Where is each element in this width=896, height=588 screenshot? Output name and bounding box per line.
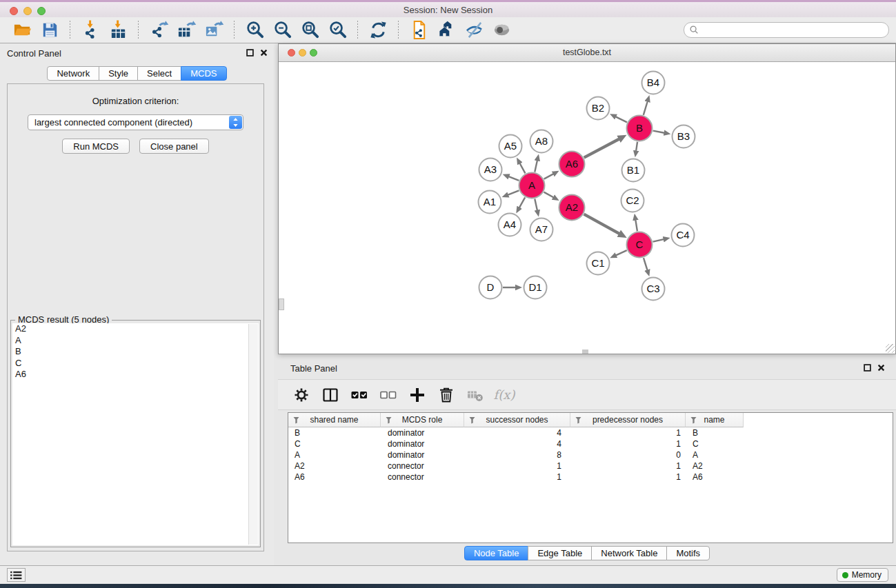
network-canvas[interactable]: B4B2BB3A8A5A6A3B1AC2A1A2A4A7C4CC1C3DD1 xyxy=(279,61,895,354)
graph-edge-B-B2[interactable] xyxy=(616,116,627,122)
zoom-fit-icon[interactable] xyxy=(298,19,321,41)
result-scrollbar[interactable] xyxy=(248,324,258,545)
mcds-result-item[interactable]: C xyxy=(12,358,259,369)
column-header-shared-name[interactable]: shared name xyxy=(288,413,381,427)
table-row-A6[interactable]: A6connector11A6 xyxy=(288,472,893,483)
cell-shared-name[interactable]: C xyxy=(288,439,381,449)
cell-predecessor-nodes[interactable]: 1 xyxy=(570,439,686,449)
network-vertical-scrollbar-thumb[interactable] xyxy=(279,298,284,310)
open-session-icon[interactable] xyxy=(10,19,34,41)
network-horizontal-scrollbar-thumb[interactable] xyxy=(582,349,588,354)
tab-mcds[interactable]: MCDS xyxy=(181,66,226,81)
import-table-icon[interactable] xyxy=(106,19,130,41)
zoom-in-icon[interactable] xyxy=(243,19,266,41)
float-panel-icon[interactable] xyxy=(246,49,254,57)
mcds-result-item[interactable]: A6 xyxy=(12,369,259,381)
mcds-result-item[interactable]: A xyxy=(12,335,259,347)
import-network-icon[interactable] xyxy=(79,19,102,41)
graph-edge-A-A7[interactable] xyxy=(535,199,537,211)
column-header-name[interactable]: name xyxy=(686,413,744,427)
tab-select[interactable]: Select xyxy=(137,66,181,81)
hide-eye-icon[interactable] xyxy=(462,19,486,41)
graph-edge-B-B4[interactable] xyxy=(644,101,648,115)
graph-edge-C-C4[interactable] xyxy=(653,239,664,241)
cell-shared-name[interactable]: B xyxy=(288,428,381,438)
graph-edge-A-A2[interactable] xyxy=(544,192,554,198)
column-header-predecessor-nodes[interactable]: predecessor nodes xyxy=(570,413,686,427)
cell-MCDS-role[interactable]: dominator xyxy=(381,450,464,460)
cell-MCDS-role[interactable]: dominator xyxy=(381,439,464,449)
table-tab-network-table[interactable]: Network Table xyxy=(591,546,667,560)
cell-successor-nodes[interactable]: 1 xyxy=(464,472,570,482)
graph-edge-B-B3[interactable] xyxy=(653,131,664,133)
close-panel-icon[interactable] xyxy=(260,49,268,57)
cell-predecessor-nodes[interactable]: 1 xyxy=(570,472,686,482)
graph-edge-A2-C[interactable] xyxy=(584,214,619,234)
cell-name[interactable]: A2 xyxy=(686,461,744,471)
home-icon[interactable] xyxy=(435,19,458,41)
graph-edge-C-C3[interactable] xyxy=(644,258,648,270)
export-table-icon[interactable] xyxy=(175,19,198,41)
search-field[interactable] xyxy=(684,22,889,38)
cell-shared-name[interactable]: A2 xyxy=(288,461,381,471)
task-history-button[interactable] xyxy=(7,568,26,582)
graph-edge-A-A5[interactable] xyxy=(520,163,526,173)
graph-edge-A-A4[interactable] xyxy=(519,197,525,207)
tab-network[interactable]: Network xyxy=(47,66,99,81)
graph-edge-A-A6[interactable] xyxy=(544,174,553,179)
graph-edge-A-A8[interactable] xyxy=(535,161,537,172)
network-minimize-button[interactable] xyxy=(299,49,306,57)
save-session-icon[interactable] xyxy=(38,19,61,41)
table-row-B[interactable]: Bdominator41B xyxy=(288,427,893,438)
close-panel-button[interactable]: Close panel xyxy=(139,139,209,154)
column-header-successor-nodes[interactable]: successor nodes xyxy=(464,413,570,427)
network-close-button[interactable] xyxy=(288,49,295,57)
table-tab-node-table[interactable]: Node Table xyxy=(464,546,529,560)
cell-name[interactable]: A6 xyxy=(686,472,744,482)
mcds-result-item[interactable]: B xyxy=(12,346,259,358)
graph-edge-B-B1[interactable] xyxy=(636,142,637,151)
export-network-icon[interactable] xyxy=(147,19,170,41)
graph-edge-C-C2[interactable] xyxy=(635,220,637,231)
network-zoom-button[interactable] xyxy=(310,49,317,57)
graph-edge-A6-B[interactable] xyxy=(584,139,619,158)
network-document-icon[interactable] xyxy=(407,19,430,41)
table-settings-icon[interactable] xyxy=(289,383,314,407)
deselect-all-columns-icon[interactable] xyxy=(376,383,401,407)
table-tab-motifs[interactable]: Motifs xyxy=(666,546,710,560)
export-image-icon[interactable] xyxy=(202,19,226,41)
close-table-panel-icon[interactable] xyxy=(877,364,885,372)
cell-name[interactable]: A xyxy=(686,450,744,460)
cell-predecessor-nodes[interactable]: 0 xyxy=(570,450,686,460)
show-eye-icon[interactable] xyxy=(490,19,513,41)
cell-name[interactable]: B xyxy=(686,428,744,438)
cell-MCDS-role[interactable]: connector xyxy=(381,461,464,471)
cell-MCDS-role[interactable]: dominator xyxy=(381,428,464,438)
cell-name[interactable]: C xyxy=(686,439,744,449)
column-header-MCDS-role[interactable]: MCDS role xyxy=(381,413,464,427)
mcds-result-item[interactable]: A2 xyxy=(12,323,259,335)
zoom-out-icon[interactable] xyxy=(270,19,294,41)
add-column-icon[interactable] xyxy=(405,383,430,407)
cell-predecessor-nodes[interactable]: 1 xyxy=(570,428,686,438)
tab-style[interactable]: Style xyxy=(99,66,138,81)
graph-edge-A-A3[interactable] xyxy=(509,176,519,181)
cell-shared-name[interactable]: A xyxy=(288,450,381,460)
memory-button[interactable]: Memory xyxy=(837,568,888,582)
criterion-dropdown[interactable]: largest connected component (directed) xyxy=(28,114,243,130)
delete-column-icon[interactable] xyxy=(434,383,459,407)
select-all-columns-icon[interactable] xyxy=(347,383,372,407)
cell-successor-nodes[interactable]: 1 xyxy=(464,461,570,471)
cell-successor-nodes[interactable]: 8 xyxy=(464,450,570,460)
network-resize-grip[interactable] xyxy=(886,344,895,353)
float-table-panel-icon[interactable] xyxy=(864,364,871,372)
table-row-A2[interactable]: A2connector11A2 xyxy=(288,460,893,472)
run-mcds-button[interactable]: Run MCDS xyxy=(62,139,130,154)
zoom-selected-icon[interactable] xyxy=(326,19,349,41)
table-row-C[interactable]: Cdominator41C xyxy=(288,438,893,449)
graph-edge-A-A1[interactable] xyxy=(508,190,519,194)
cell-successor-nodes[interactable]: 4 xyxy=(464,439,570,449)
table-row-A[interactable]: Adominator80A xyxy=(288,449,893,460)
cell-MCDS-role[interactable]: connector xyxy=(381,472,464,482)
cell-predecessor-nodes[interactable]: 1 xyxy=(570,461,686,471)
